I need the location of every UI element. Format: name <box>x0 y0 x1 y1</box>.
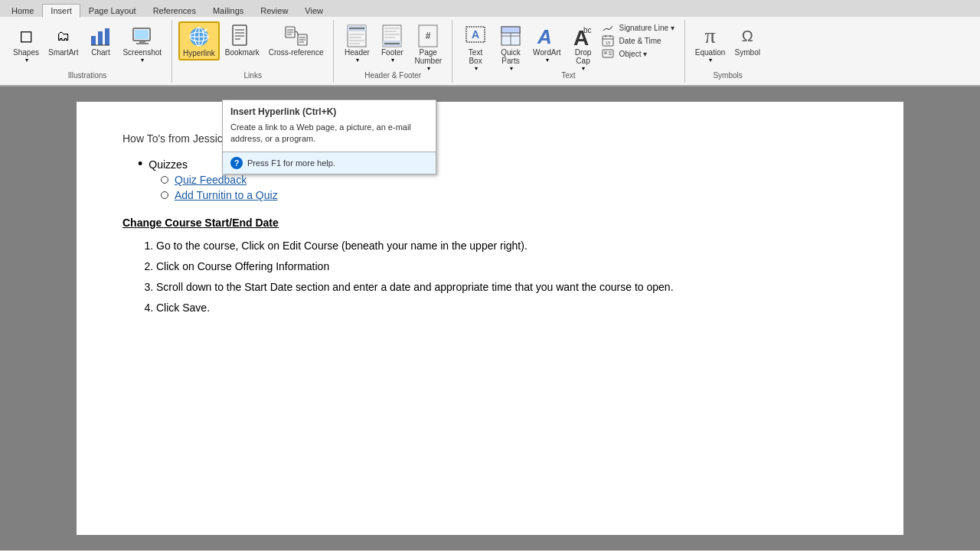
ribbon-content: ◻ Shapes ▾ 🗂 SmartArt <box>0 17 980 86</box>
header-dropdown: ▾ <box>356 57 359 64</box>
wordart-icon: A <box>534 24 559 48</box>
illustrations-group-label: Illustrations <box>3 70 172 81</box>
tooltip-help: ? Press F1 for more help. <box>223 152 436 174</box>
equation-dropdown: ▾ <box>709 57 712 64</box>
svg-rect-1 <box>98 31 103 45</box>
sub-item-2: Add Turnitin to a Quiz <box>161 189 858 201</box>
cross-reference-button[interactable]: Cross-reference <box>265 21 328 59</box>
footer-icon <box>380 24 404 48</box>
tab-review[interactable]: Review <box>252 4 296 17</box>
svg-rect-7 <box>136 43 149 44</box>
help-icon: ? <box>230 157 243 169</box>
sub-item-1: Quiz Feedback <box>161 174 858 186</box>
tab-page-layout[interactable]: Page Layout <box>80 4 145 17</box>
date-time-icon: 15 <box>602 34 614 47</box>
object-row: Object ▾ <box>602 47 678 60</box>
drop-cap-icon: A bc <box>571 24 596 48</box>
svg-rect-5 <box>135 30 149 39</box>
bullet-dot: • <box>138 157 142 171</box>
tooltip-title: Insert Hyperlink (Ctrl+K) <box>223 100 436 120</box>
hyperlink-button[interactable]: Hyperlink <box>178 21 220 60</box>
ribbon-group-illustrations: ◻ Shapes ▾ 🗂 SmartArt <box>3 20 172 83</box>
footer-button[interactable]: Footer ▾ <box>375 21 409 66</box>
equation-button[interactable]: π Equation ▾ <box>691 21 729 66</box>
wordart-dropdown: ▾ <box>546 57 549 64</box>
bookmark-icon <box>230 24 254 48</box>
header-icon <box>345 24 369 48</box>
add-turnitin-link[interactable]: Add Turnitin to a Quiz <box>175 189 278 201</box>
screenshot-dropdown: ▾ <box>141 57 144 64</box>
bookmark-label: Bookmark <box>225 48 260 57</box>
svg-text:A: A <box>537 25 552 48</box>
quick-parts-label: QuickParts <box>501 48 521 65</box>
tooltip-help-text: Press F1 for more help. <box>247 158 335 168</box>
equation-icon: π <box>698 24 723 48</box>
shapes-label: Shapes <box>13 48 39 57</box>
hyperlink-icon <box>187 24 211 49</box>
tab-insert[interactable]: Insert <box>42 4 80 18</box>
text-box-button[interactable]: A TextBox ▾ <box>459 21 492 74</box>
document-area: How To's from Jessica's Emails • Quizzes… <box>0 86 980 550</box>
cross-reference-label: Cross-reference <box>269 48 324 57</box>
header-button[interactable]: Header ▾ <box>340 21 374 66</box>
drop-cap-label: DropCap <box>575 48 592 65</box>
links-group-label: Links <box>172 70 333 81</box>
page-number-label: PageNumber <box>414 48 442 65</box>
svg-rect-6 <box>139 41 145 43</box>
header-label: Header <box>345 48 370 57</box>
step-1: Go to the course, Click on Edit Course (… <box>156 238 858 254</box>
tab-mailings[interactable]: Mailings <box>204 4 252 17</box>
symbol-button[interactable]: Ω Symbol <box>730 21 764 59</box>
date-time-row: 15 Date & Time <box>602 34 678 47</box>
hyperlink-tooltip: Insert Hyperlink (Ctrl+K) Create a link … <box>222 99 436 174</box>
quiz-feedback-link[interactable]: Quiz Feedback <box>175 174 247 186</box>
smartart-button[interactable]: 🗂 SmartArt <box>44 21 82 59</box>
chart-icon <box>88 24 113 48</box>
tab-references[interactable]: References <box>145 4 204 17</box>
page-number-icon: # <box>416 24 440 48</box>
footer-label: Footer <box>381 48 403 57</box>
ribbon-group-symbols: π Equation ▾ Ω Symbol Symbols <box>685 20 770 83</box>
svg-rect-0 <box>91 36 96 45</box>
step-4: Click Save. <box>156 300 858 316</box>
date-time-button[interactable]: Date & Time <box>616 35 665 47</box>
smartart-icon: 🗂 <box>51 24 76 48</box>
shapes-dropdown: ▾ <box>25 57 28 64</box>
shapes-button[interactable]: ◻ Shapes ▾ <box>9 21 43 66</box>
screenshot-icon <box>130 24 155 48</box>
hyperlink-label: Hyperlink <box>183 49 215 57</box>
text-box-label: TextBox <box>469 48 482 65</box>
signature-icon <box>602 21 614 34</box>
ordered-list: Go to the course, Click on Edit Course (… <box>156 238 858 316</box>
wordart-label: WordArt <box>533 48 561 57</box>
ribbon-group-text: A TextBox ▾ QuickPar <box>452 20 685 83</box>
svg-text:15: 15 <box>605 41 610 45</box>
page-number-button[interactable]: # PageNumber ▾ <box>410 21 446 74</box>
bookmark-button[interactable]: Bookmark <box>221 21 263 59</box>
chart-label: Chart <box>91 48 109 57</box>
svg-rect-13 <box>233 25 247 45</box>
quick-parts-icon <box>498 24 523 48</box>
symbol-label: Symbol <box>735 48 760 57</box>
tooltip-description: Create a link to a Web page, a picture, … <box>223 120 436 152</box>
section-heading: Change Course Start/End Date <box>122 217 858 229</box>
svg-text:#: # <box>426 31 431 41</box>
quick-parts-button[interactable]: QuickParts ▾ <box>494 21 528 74</box>
smartart-label: SmartArt <box>48 48 78 57</box>
tab-view[interactable]: View <box>296 4 332 17</box>
signature-line-row: Signature Line ▾ <box>602 21 678 34</box>
text-group-label: Text <box>452 70 684 81</box>
object-icon <box>602 47 614 60</box>
sub-circle-icon <box>161 176 168 184</box>
object-button[interactable]: Object ▾ <box>616 48 652 60</box>
wordart-button[interactable]: A WordArt ▾ <box>529 21 565 66</box>
tab-home[interactable]: Home <box>3 4 42 17</box>
step-3: Scroll down to the Start Date section an… <box>156 279 858 295</box>
ribbon: Home Insert Page Layout References Maili… <box>0 0 980 86</box>
screenshot-label: Screenshot <box>122 48 162 57</box>
chart-button[interactable]: Chart <box>83 21 117 59</box>
signature-line-button[interactable]: Signature Line ▾ <box>616 22 678 34</box>
document-page: How To's from Jessica's Emails • Quizzes… <box>77 102 903 535</box>
drop-cap-button[interactable]: A bc DropCap ▾ <box>567 21 600 74</box>
screenshot-button[interactable]: Screenshot ▾ <box>119 21 165 66</box>
